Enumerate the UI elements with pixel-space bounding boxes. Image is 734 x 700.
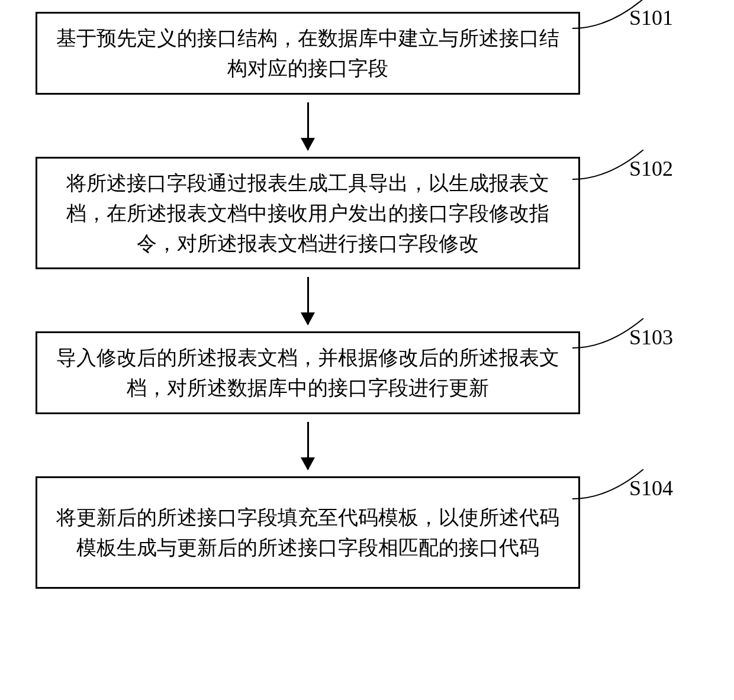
step-box-4: 将更新后的所述接口字段填充至代码模板，以使所述代码模板生成与更新后的所述接口字段… <box>36 476 580 589</box>
arrow-head-icon <box>301 138 315 151</box>
step-label-1: S101 <box>629 2 673 34</box>
arrow-line-icon <box>307 102 309 150</box>
step-box-3: 导入修改后的所述报表文档，并根据修改后的所述报表文档，对所述数据库中的接口字段进… <box>36 331 580 414</box>
arrow-2 <box>36 269 580 331</box>
step-label-3: S103 <box>629 321 673 353</box>
flowchart-container: 基于预先定义的接口结构，在数据库中建立与所述接口结构对应的接口字段 S101 将… <box>36 12 698 589</box>
step-text-4: 将更新后的所述接口字段填充至代码模板，以使所述代码模板生成与更新后的所述接口字段… <box>55 502 561 563</box>
arrow-line-icon <box>307 277 309 324</box>
arrow-1 <box>36 95 580 157</box>
step-text-1: 基于预先定义的接口结构，在数据库中建立与所述接口结构对应的接口字段 <box>55 23 561 83</box>
step-text-2: 将所述接口字段通过报表生成工具导出，以生成报表文档，在所述报表文档中接收用户发出… <box>55 168 561 259</box>
step-label-4: S104 <box>629 472 673 504</box>
arrow-line-icon <box>307 422 309 469</box>
step-label-2: S102 <box>629 153 673 185</box>
step-box-1: 基于预先定义的接口结构，在数据库中建立与所述接口结构对应的接口字段 S101 <box>36 12 580 95</box>
step-box-2: 将所述接口字段通过报表生成工具导出，以生成报表文档，在所述报表文档中接收用户发出… <box>36 157 580 269</box>
arrow-3 <box>36 414 580 476</box>
step-text-3: 导入修改后的所述报表文档，并根据修改后的所述报表文档，对所述数据库中的接口字段进… <box>55 343 561 403</box>
arrow-head-icon <box>301 457 315 470</box>
arrow-head-icon <box>301 312 315 325</box>
